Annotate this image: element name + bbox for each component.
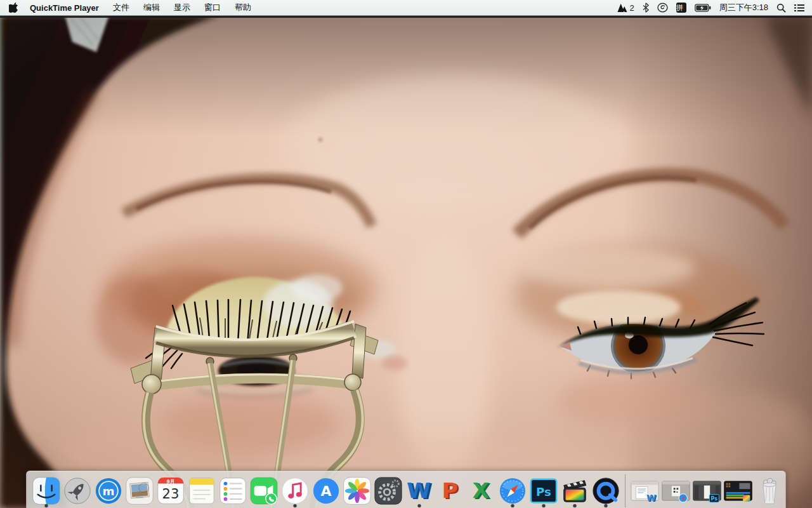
dock-trash[interactable]	[754, 474, 785, 508]
calendar-day: 23	[162, 486, 179, 502]
dock-final-cut-pro[interactable]	[559, 474, 590, 508]
word-window-badge: W	[646, 493, 657, 503]
dock-excel[interactable]: XX	[466, 474, 497, 508]
dock-quicktime[interactable]	[590, 474, 621, 508]
dock-reminders[interactable]	[217, 474, 248, 508]
dock-facetime[interactable]	[248, 474, 279, 508]
spotlight-search-icon[interactable]	[776, 3, 786, 13]
dock-minimized-photoshop-window[interactable]: Ps	[691, 474, 723, 508]
notification-center-icon[interactable]	[794, 4, 804, 12]
dock-mail[interactable]	[124, 474, 155, 508]
powerpoint-letter: P	[442, 478, 457, 504]
battery-charging-icon[interactable]	[695, 4, 711, 12]
apple-menu-icon[interactable]	[9, 3, 18, 13]
word-letter: W	[407, 478, 431, 504]
dock-calendar[interactable]: 9月23	[155, 474, 186, 508]
dock-powerpoint[interactable]: PP	[435, 474, 466, 508]
excel-letter: X	[472, 478, 489, 504]
app-badge-icon[interactable]: 2	[617, 3, 634, 13]
dock-launchpad[interactable]	[62, 474, 93, 508]
photoshop-letters: Ps	[536, 485, 551, 498]
dock-safari[interactable]	[497, 474, 528, 508]
menu-file[interactable]: 文件	[113, 2, 129, 13]
menu-help[interactable]: 帮助	[235, 2, 251, 13]
menu-edit[interactable]: 编辑	[143, 2, 160, 13]
dock-photos[interactable]	[341, 474, 372, 508]
dock-notes[interactable]	[186, 474, 217, 508]
dock-minimized-final-cut-window[interactable]	[723, 474, 754, 508]
dock: m 9月23 A WW	[26, 471, 786, 508]
dock-minimized-safari-window[interactable]	[660, 474, 691, 508]
dock-minimized-word-window[interactable]: WW	[629, 474, 660, 508]
dock-system-preferences[interactable]	[372, 474, 403, 508]
app-store-letter: A	[320, 483, 331, 499]
dock-word[interactable]: WW	[403, 474, 435, 508]
macos-desktop: QuickTime Player 文件 编辑 显示 窗口 帮助 2 拼 周三下午…	[0, 0, 812, 508]
menu-view[interactable]: 显示	[174, 2, 190, 13]
app-badge-count: 2	[629, 3, 634, 13]
menubar-clock[interactable]: 周三下午3:18	[719, 2, 768, 13]
dock-maxthon[interactable]: m	[93, 474, 124, 508]
swirl-icon[interactable]	[657, 3, 668, 13]
menu-bar: QuickTime Player 文件 编辑 显示 窗口 帮助 2 拼 周三下午…	[0, 0, 812, 16]
ps-window-badge: Ps	[711, 496, 718, 502]
pinyin-input-icon[interactable]: 拼	[676, 3, 686, 13]
calendar-month: 9月	[166, 479, 174, 485]
dock-app-store[interactable]: A	[310, 474, 341, 508]
video-frame[interactable]	[0, 15, 812, 508]
active-app-menu[interactable]: QuickTime Player	[30, 3, 99, 13]
dock-divider	[621, 474, 629, 508]
bluetooth-icon[interactable]	[643, 3, 649, 13]
dock-itunes[interactable]	[279, 474, 310, 508]
menu-window[interactable]: 窗口	[204, 2, 221, 13]
dock-finder[interactable]	[30, 474, 62, 508]
dock-photoshop[interactable]: Ps	[528, 474, 559, 508]
maxthon-letter: m	[102, 485, 114, 498]
